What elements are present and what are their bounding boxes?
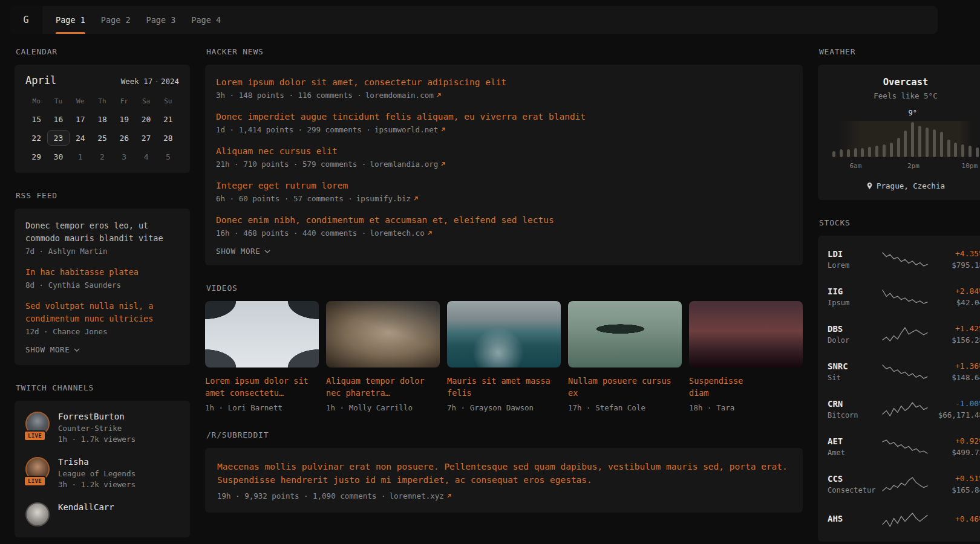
stock-sparkline: [881, 401, 929, 418]
tab-page-2[interactable]: Page 2: [101, 6, 131, 34]
hn-headline[interactable]: Donec imperdiet augue tincidunt felis al…: [216, 110, 792, 123]
calendar-week-label: Week 17: [121, 77, 153, 86]
stock-row[interactable]: AHS +0.46%: [828, 503, 980, 537]
twitch-channel[interactable]: KendallCarr: [25, 502, 179, 526]
stock-row[interactable]: CRN Bitcorn -1.00% $66,171.48: [828, 390, 980, 428]
twitch-channel[interactable]: LIVE Trisha League of Legends 3h · 1.2k …: [25, 457, 179, 489]
calendar-day-next-month: 4: [135, 149, 157, 164]
video-thumbnail[interactable]: [447, 301, 561, 368]
calendar-day-next-month: 2: [91, 149, 113, 164]
video-thumbnail[interactable]: [326, 301, 440, 368]
external-link-icon: [440, 161, 446, 167]
calendar-day: 19: [113, 111, 135, 127]
hn-item: Aliquam nec cursus elit 21h · 710 points…: [216, 144, 792, 169]
video-title[interactable]: Aliquam tempor dolor nec pharetra…: [326, 375, 430, 399]
stock-symbol: CRN: [828, 399, 880, 409]
stock-row[interactable]: AET Amet +0.92% $499.72: [828, 428, 980, 465]
stock-price: $156.28: [930, 335, 980, 345]
channel-game[interactable]: Counter-Strike: [58, 424, 136, 433]
video-title[interactable]: Suspendisse diam: [689, 375, 743, 399]
stock-row[interactable]: IIG Ipsum +2.84% $42.04: [828, 278, 980, 316]
hn-headline[interactable]: Aliquam nec cursus elit: [216, 144, 792, 158]
video-title[interactable]: Nullam posuere cursus ex: [568, 375, 672, 399]
stock-price: $165.84: [930, 485, 980, 494]
hn-meta: 6h · 60 points · 57 comments · ipsumify.…: [216, 194, 792, 203]
stock-change: +1.36%: [930, 361, 980, 371]
external-link-icon: [440, 127, 446, 132]
calendar-day-header: Sa: [135, 94, 157, 108]
stock-name: Ipsum: [828, 299, 880, 307]
video-title[interactable]: Mauris sit amet massa felis: [447, 375, 551, 399]
subreddit-headline[interactable]: Maecenas mollis pulvinar erat non posuer…: [217, 460, 791, 487]
hackernews-section-title: HACKER NEWS: [206, 47, 803, 56]
hn-domain-link[interactable]: ipsumify.biz: [356, 194, 419, 203]
rss-widget: Donec tempor eros leo, ut commodo mauris…: [15, 209, 190, 365]
hackernews-section: HACKER NEWS Lorem ipsum dolor sit amet, …: [205, 47, 803, 265]
weather-peak-temp: 9°: [909, 109, 917, 117]
hn-headline[interactable]: Donec enim nibh, condimentum et accumsan…: [216, 213, 792, 227]
stock-name: Bitcorn: [828, 411, 880, 419]
calendar-day-next-month: 3: [113, 149, 135, 164]
rss-item: In hac habitasse platea 8d · Cynthia Sau…: [25, 266, 179, 290]
stock-change: +0.51%: [930, 474, 980, 483]
tab-page-3[interactable]: Page 3: [146, 6, 176, 34]
video-card[interactable]: Lorem ipsum dolor sit amet consectetu… 1…: [205, 301, 319, 412]
hn-domain-link[interactable]: ipsumworld.net: [374, 125, 446, 134]
stock-change: +4.35%: [930, 249, 980, 258]
stock-name: Sit: [828, 374, 880, 382]
stock-row[interactable]: DBS Dolor +1.42% $156.28: [828, 316, 980, 353]
stock-sparkline: [881, 363, 929, 380]
hn-headline[interactable]: Lorem ipsum dolor sit amet, consectetur …: [216, 76, 792, 89]
rss-headline[interactable]: In hac habitasse platea: [25, 266, 179, 279]
rss-item: Sed volutpat nulla nisl, a condimentum n…: [25, 300, 179, 336]
channel-name[interactable]: ForrestBurton: [58, 412, 136, 421]
hn-meta: 21h · 710 points · 579 comments · loreml…: [216, 160, 792, 169]
video-thumbnail[interactable]: [568, 301, 682, 368]
tab-page-4[interactable]: Page 4: [191, 6, 221, 34]
stock-price: $42.04: [930, 298, 980, 307]
stock-row[interactable]: LDI Lorem +4.35% $795.18: [828, 241, 980, 278]
stock-price: $499.72: [930, 448, 980, 457]
twitch-channel[interactable]: LIVE ForrestBurton Counter-Strike 1h · 1…: [25, 412, 179, 444]
video-thumbnail[interactable]: [205, 301, 319, 368]
stock-row[interactable]: SNRC Sit +1.36% $148.64: [828, 353, 980, 390]
video-card[interactable]: Suspendisse diam 18h · Tara: [689, 301, 803, 412]
hn-domain-link[interactable]: loremdomain.com: [365, 91, 442, 100]
calendar-day: 17: [70, 111, 91, 127]
subreddit-section: /R/SUBREDDIT Maecenas mollis pulvinar er…: [205, 430, 803, 513]
calendar-day: 30: [47, 149, 69, 164]
rss-section-title: RSS FEED: [16, 191, 190, 200]
calendar-week-year: Week 17·2024: [121, 77, 179, 86]
calendar-day: 21: [157, 111, 179, 127]
hn-domain-link[interactable]: loremtech.co: [370, 228, 432, 238]
tab-page-1[interactable]: Page 1: [56, 6, 85, 34]
video-card[interactable]: Mauris sit amet massa felis 7h · Grayson…: [447, 301, 561, 412]
stock-price: $795.18: [930, 261, 980, 270]
video-title[interactable]: Lorem ipsum dolor sit amet consectetu…: [205, 375, 309, 399]
hn-show-more-button[interactable]: SHOW MORE: [216, 247, 270, 256]
app-logo[interactable]: G: [10, 6, 42, 34]
avatar: LIVE: [25, 412, 50, 436]
calendar-section: CALENDAR April Week 17·2024 Mo Tu We Th …: [15, 47, 190, 173]
stock-name: Lorem: [828, 261, 880, 270]
channel-name[interactable]: KendallCarr: [58, 502, 114, 512]
rss-show-more-button[interactable]: SHOW MORE: [25, 345, 80, 354]
subreddit-domain-link[interactable]: loremnet.xyz: [389, 491, 451, 500]
stock-symbol: CCS: [828, 474, 880, 484]
subreddit-item: Maecenas mollis pulvinar erat non posuer…: [217, 460, 791, 500]
channel-meta: 1h · 1.7k viewers: [58, 435, 136, 444]
video-card[interactable]: Nullam posuere cursus ex 17h · Stefan Co…: [568, 301, 682, 412]
rss-headline[interactable]: Sed volutpat nulla nisl, a condimentum n…: [25, 300, 179, 325]
rss-headline[interactable]: Donec tempor eros leo, ut commodo mauris…: [25, 219, 179, 245]
stock-row[interactable]: CCS Consectetur +0.51% $165.84: [828, 465, 980, 503]
video-card[interactable]: Aliquam tempor dolor nec pharetra… 1h · …: [326, 301, 440, 412]
video-thumbnail[interactable]: [689, 301, 803, 368]
hn-domain-link[interactable]: loremlandia.org: [370, 160, 446, 169]
hn-headline[interactable]: Integer eget rutrum lorem: [216, 179, 792, 192]
external-link-icon: [436, 92, 442, 98]
weather-location[interactable]: Prague, Czechia: [828, 181, 980, 190]
channel-game[interactable]: League of Legends: [58, 469, 136, 478]
weather-location-label: Prague, Czechia: [877, 181, 945, 190]
channel-name[interactable]: Trisha: [58, 457, 136, 467]
stock-sparkline: [881, 438, 929, 455]
